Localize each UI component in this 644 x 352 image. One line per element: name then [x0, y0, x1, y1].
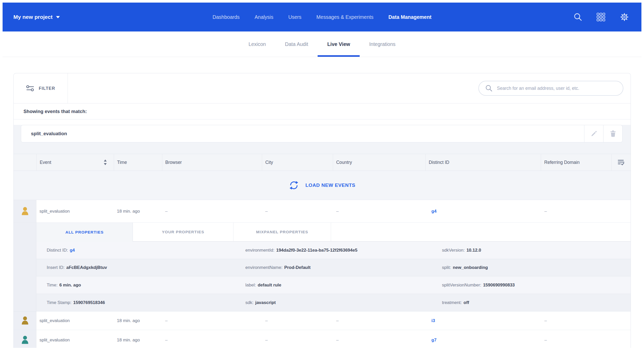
filter-button-label: FILTER — [39, 86, 55, 91]
filter-bar: FILTER — [14, 73, 631, 103]
property: sdk: javascript — [245, 300, 442, 305]
filter-chip-section: split_evaluation — [14, 125, 631, 154]
edit-filter-button[interactable] — [584, 125, 603, 142]
property: Time: 6 min. ago — [36, 283, 245, 288]
property-row: Time: 6 min. ago label: default rule spl… — [36, 276, 631, 294]
tab-your-properties[interactable]: YOUR PROPERTIES — [133, 223, 234, 242]
search-input[interactable] — [497, 86, 617, 91]
property: label: default rule — [245, 283, 442, 288]
live-view-panel: FILTER Showing events that match: split_… — [13, 73, 631, 348]
primary-nav: Dashboards Analysis Users Messages & Exp… — [213, 14, 432, 20]
nav-analysis[interactable]: Analysis — [255, 14, 273, 20]
avatar-column-header — [14, 154, 36, 171]
cell-distinct-id: g7 — [426, 330, 541, 348]
tab-mixpanel-properties[interactable]: MIXPANEL PROPERTIES — [234, 223, 331, 242]
column-header-city: City — [262, 154, 333, 171]
cell-country: – — [333, 200, 426, 222]
avatar-cell — [14, 330, 36, 348]
cell-time: 18 min. ago — [114, 330, 162, 348]
column-header-distinct-id: Distinct ID — [425, 154, 541, 171]
gear-icon[interactable] — [619, 12, 630, 22]
property-row: Insert ID: aFcBEAdgxkdjBtuv environmentN… — [36, 259, 631, 276]
details-gutter — [14, 223, 36, 311]
property: Time Stamp: 1590769518346 — [36, 300, 245, 305]
column-header-time: Time — [114, 154, 162, 171]
cell-browser: – — [162, 330, 262, 348]
event-row[interactable]: split_evaluation 18 min. ago – – – g7 – — [14, 330, 631, 348]
chevron-down-icon — [56, 16, 60, 18]
distinct-id-link[interactable]: g4 — [70, 248, 75, 253]
secondary-tabs: Lexicon Data Audit Live View Integration… — [3, 31, 641, 57]
distinct-id-link[interactable]: i3 — [429, 318, 435, 323]
apps-grid-icon[interactable] — [597, 13, 605, 21]
avatar-cell — [14, 200, 36, 222]
column-settings-button[interactable] — [611, 154, 631, 171]
property: environmentId: 194da2f0-3e22-11ea-ba75-1… — [245, 248, 442, 253]
column-header-browser: Browser — [162, 154, 262, 171]
nav-users[interactable]: Users — [288, 14, 301, 20]
refresh-icon — [289, 180, 299, 190]
user-avatar-icon — [21, 335, 29, 345]
delete-filter-button[interactable] — [603, 125, 623, 142]
table-header: Event Time Browser City Country Distinct… — [14, 154, 631, 171]
details-main: ALL PROPERTIES YOUR PROPERTIES MIXPANEL … — [36, 223, 631, 311]
cell-browser: – — [162, 311, 262, 330]
nav-icons — [573, 12, 630, 22]
tab-all-properties[interactable]: ALL PROPERTIES — [36, 223, 133, 242]
property: split: new_onboarding — [442, 265, 631, 270]
search-box[interactable] — [478, 81, 623, 96]
user-avatar-icon — [21, 316, 29, 325]
cell-referring-domain: – — [541, 330, 612, 348]
cell-time: 18 min. ago — [114, 311, 162, 330]
properties-tabs: ALL PROPERTIES YOUR PROPERTIES MIXPANEL … — [36, 223, 631, 242]
event-row[interactable]: split_evaluation 18 min. ago – – – g4 – — [14, 200, 631, 223]
nav-data-management[interactable]: Data Management — [388, 14, 431, 20]
cell-event: split_evaluation — [36, 200, 114, 222]
cell-time: 18 min. ago — [114, 200, 162, 222]
event-filter-chip-label: split_evaluation — [31, 131, 67, 137]
cell-distinct-id: i3 — [426, 311, 541, 330]
load-new-events-button[interactable]: LOAD NEW EVENTS — [289, 180, 356, 190]
property: Insert ID: aFcBEAdgxkdjBtuv — [36, 265, 245, 270]
cell-city: – — [262, 311, 333, 330]
property: treatment: off — [442, 300, 631, 305]
property-row: Time Stamp: 1590769518346 sdk: javascrip… — [36, 294, 631, 311]
property: environmentName: Prod-Default — [245, 265, 442, 270]
project-name: My new project — [13, 14, 53, 20]
search-icon[interactable] — [573, 12, 583, 22]
filter-button[interactable]: FILTER — [14, 73, 68, 103]
tab-lexicon[interactable]: Lexicon — [239, 31, 275, 57]
filter-sliders-icon — [26, 85, 34, 92]
event-row[interactable]: split_evaluation 18 min. ago – – – i3 – — [14, 311, 631, 330]
property: splitVersionNumber: 1590690990833 — [442, 283, 631, 288]
load-new-events-label: LOAD NEW EVENTS — [305, 182, 356, 188]
column-header-event[interactable]: Event — [36, 154, 114, 171]
property-row: Distinct ID: g4 environmentId: 194da2f0-… — [36, 242, 631, 259]
column-header-referring-domain: Referring Domain — [541, 154, 611, 171]
filter-chip-row: split_evaluation — [21, 125, 623, 142]
load-new-events-row: LOAD NEW EVENTS — [14, 171, 631, 200]
cell-city: – — [262, 330, 333, 348]
trash-icon — [610, 130, 616, 137]
nav-dashboards[interactable]: Dashboards — [213, 14, 240, 20]
column-header-event-label: Event — [40, 160, 51, 165]
tab-integrations[interactable]: Integrations — [360, 31, 405, 57]
distinct-id-link[interactable]: g4 — [429, 209, 437, 214]
distinct-id-link[interactable]: g7 — [429, 338, 437, 343]
cell-event: split_evaluation — [36, 330, 114, 348]
property: Distinct ID: g4 — [36, 248, 245, 253]
pencil-icon — [590, 130, 598, 137]
column-settings-icon — [618, 159, 625, 165]
cell-city: – — [262, 200, 333, 222]
event-filter-chip[interactable]: split_evaluation — [21, 125, 584, 142]
column-header-country: Country — [333, 154, 425, 171]
event-details-panel: ALL PROPERTIES YOUR PROPERTIES MIXPANEL … — [14, 223, 631, 311]
tab-live-view[interactable]: Live View — [318, 31, 360, 57]
nav-messages-experiments[interactable]: Messages & Experiments — [316, 14, 373, 20]
cell-referring-domain: – — [541, 311, 612, 330]
tab-data-audit[interactable]: Data Audit — [275, 31, 318, 57]
showing-label: Showing events that match: — [23, 109, 87, 114]
showing-events-row: Showing events that match: — [14, 103, 631, 119]
cell-distinct-id: g4 — [426, 200, 541, 222]
project-selector[interactable]: My new project — [13, 14, 60, 20]
